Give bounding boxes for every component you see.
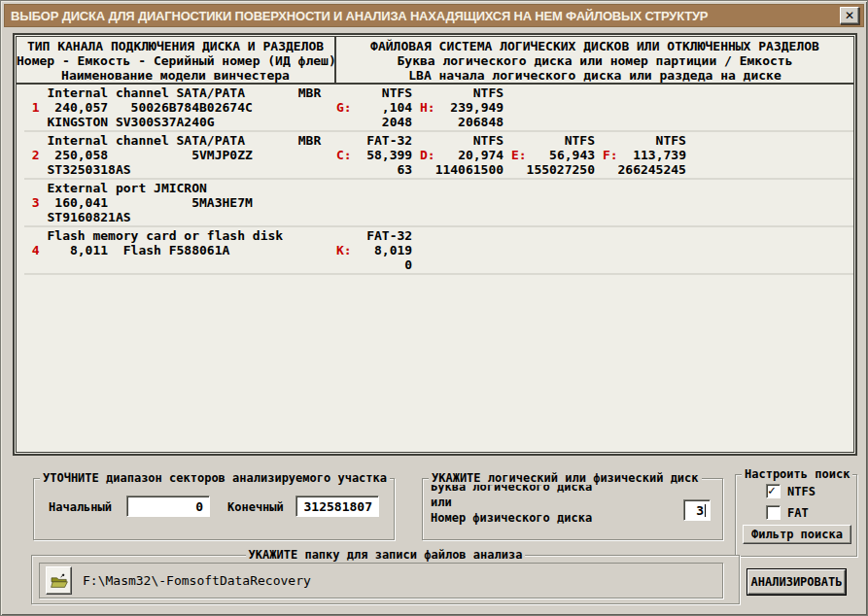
disk-or-label: или: [423, 495, 722, 510]
start-sector-input[interactable]: 0: [126, 496, 210, 517]
header-line: Буква логического диска или номер партиц…: [336, 53, 853, 68]
search-settings-panel: Настроить поиск NTFS FAT Фильтр поиска: [735, 474, 857, 557]
dialog-window: ВЫБОР ДИСКА ДЛЯ ДИАГНОСТИКИ ПОВЕРХНОСТИ …: [0, 0, 868, 616]
browse-folder-button[interactable]: [46, 566, 72, 595]
output-folder-field[interactable]: F:\Masm32\-FomsoftDataRecovery: [39, 563, 723, 599]
table-row-line: Internal channel SATA/PATA MBR NTFS NTFS: [24, 86, 853, 100]
table-row[interactable]: Flash memory card or flash disk FAT-32 4…: [24, 225, 853, 273]
close-button[interactable]: ✕: [840, 7, 859, 24]
table-row-line: 3 160,041 5MA3HE7M: [24, 195, 853, 210]
end-sector-label: Конечный: [227, 500, 284, 514]
header-column-filesystem: ФАЙЛОВАЯ СИСТЕМА ЛОГИЧЕСКИХ ДИСКОВ ИЛИ О…: [336, 37, 853, 83]
titlebar[interactable]: ВЫБОР ДИСКА ДЛЯ ДИАГНОСТИКИ ПОВЕРХНОСТИ …: [4, 4, 864, 27]
table-row[interactable]: External port JMICRON 3 160,041 5MA3HE7M…: [24, 178, 853, 225]
output-folder-panel: УКАЖИТЕ папку для записи файлов анализа …: [31, 555, 740, 604]
disk-table-header: ТИП КАНАЛА ПОДКЛЮЧЕНИЯ ДИСКА И РАЗДЕЛОВ …: [17, 37, 853, 85]
sectors-range-panel: УТОЧНИТЕ диапазон секторов анализируемог…: [33, 478, 395, 540]
open-folder-icon: [50, 573, 69, 589]
header-line: LBA начала логического диска или раздеда…: [336, 68, 853, 83]
table-row-line: 0: [24, 257, 853, 272]
ntfs-checkbox-label: NTFS: [787, 485, 816, 498]
start-sector-label: Начальный: [49, 500, 112, 514]
window-title: ВЫБОР ДИСКА ДЛЯ ДИАГНОСТИКИ ПОВЕРХНОСТИ …: [5, 9, 708, 23]
disk-table: ТИП КАНАЛА ПОДКЛЮЧЕНИЯ ДИСКА И РАЗДЕЛОВ …: [13, 33, 857, 456]
text-cursor: [705, 504, 706, 517]
search-filter-button[interactable]: Фильтр поиска: [743, 525, 851, 544]
fat-checkbox[interactable]: [766, 505, 781, 520]
output-folder-path: F:\Masm32\-FomsoftDataRecovery: [40, 573, 311, 588]
table-row[interactable]: Internal channel SATA/PATA MBR NTFS NTFS…: [24, 85, 853, 130]
disk-number-value: 3: [696, 503, 704, 518]
header-line: ТИП КАНАЛА ПОДКЛЮЧЕНИЯ ДИСКА И РАЗДЕЛОВ: [17, 39, 334, 53]
table-row-line: 4 8,011 Flash F588061A K: 8,019: [24, 243, 853, 257]
disk-number-input[interactable]: 3: [683, 499, 711, 521]
disk-number-label: Номер физического диска: [423, 510, 722, 526]
search-settings-legend: Настроить поиск: [742, 467, 852, 481]
header-line: Наименование модели винчестера: [17, 68, 334, 83]
disk-table-frame: ТИП КАНАЛА ПОДКЛЮЧЕНИЯ ДИСКА И РАЗДЕЛОВ …: [16, 36, 854, 453]
disk-select-legend: УКАЖИТЕ логический или физический диск: [429, 471, 702, 485]
table-row-line: ST3250318AS 63 114061500 155027250 26624…: [24, 162, 853, 177]
sectors-range-legend: УТОЧНИТЕ диапазон секторов анализируемог…: [40, 471, 390, 485]
header-column-channel: ТИП КАНАЛА ПОДКЛЮЧЕНИЯ ДИСКА И РАЗДЕЛОВ …: [17, 37, 336, 83]
table-row-line: KINGSTON SV300S37A240G 2048 206848: [24, 115, 853, 129]
ntfs-checkbox[interactable]: [766, 484, 781, 498]
table-row-line: Flash memory card or flash disk FAT-32: [24, 228, 853, 243]
header-line: Номер - Емкость - Серийный номер (ИД фле…: [17, 53, 334, 68]
table-row-line: Internal channel SATA/PATA MBR FAT-32 NT…: [24, 133, 853, 148]
disk-select-panel: УКАЖИТЕ логический или физический диск Б…: [422, 478, 723, 540]
disk-table-body: Internal channel SATA/PATA MBR NTFS NTFS…: [17, 85, 853, 275]
end-sector-input[interactable]: 312581807: [295, 496, 379, 517]
table-row-line: 1 240,057 50026B784B02674C G: ,104 H: 23…: [24, 100, 853, 115]
header-line: ФАЙЛОВАЯ СИСТЕМА ЛОГИЧЕСКИХ ДИСКОВ ИЛИ О…: [336, 39, 853, 53]
table-row-line: 2 250,058 5VMJP0ZZ C: 58,399 D: 20,974 E…: [24, 148, 853, 162]
close-icon: ✕: [845, 10, 854, 21]
analyze-button[interactable]: АНАЛИЗИРОВАТЬ: [747, 569, 846, 595]
fat-checkbox-label: FAT: [787, 506, 809, 520]
table-row[interactable]: Internal channel SATA/PATA MBR FAT-32 NT…: [24, 130, 853, 178]
output-folder-legend: УКАЖИТЕ папку для записи файлов анализа: [246, 548, 526, 562]
table-row-line: External port JMICRON: [24, 181, 853, 195]
table-row-line: ST9160821AS: [24, 210, 853, 224]
